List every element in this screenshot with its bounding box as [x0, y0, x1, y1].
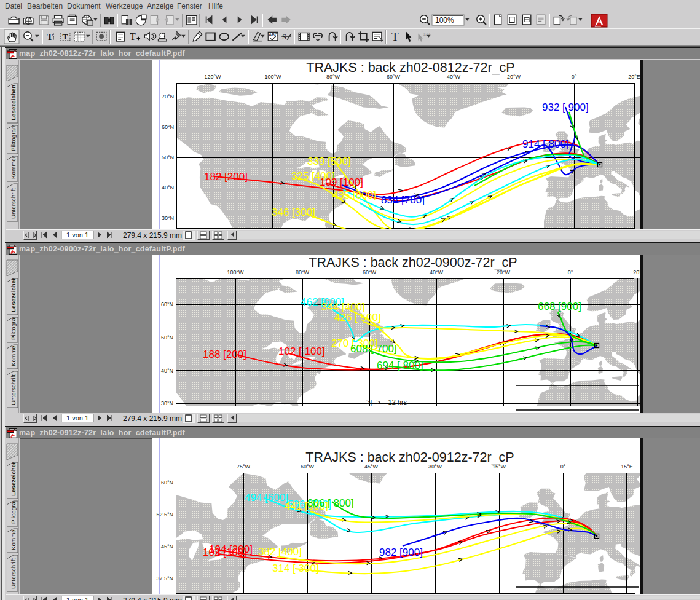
svg-text:314 [ 300]: 314 [ 300] [272, 562, 319, 574]
svg-text:TRAJKS : back zh02-0900z-72r_c: TRAJKS : back zh02-0900z-72r_cP [309, 255, 517, 270]
svg-text:0°: 0° [568, 269, 573, 275]
svg-text:102 [ 100]: 102 [ 100] [278, 345, 325, 357]
svg-text:40°N: 40°N [162, 184, 174, 191]
svg-text:Unterschrift: Unterschrift [10, 188, 17, 219]
svg-text:60°N: 60°N [162, 124, 174, 130]
svg-text:50°N: 50°N [162, 154, 174, 160]
svg-text:694 [ 800]: 694 [ 800] [377, 360, 423, 371]
svg-text:339 [500]: 339 [500] [307, 156, 351, 167]
svg-text:45°N: 45°N [161, 543, 173, 550]
svg-text:30°N: 30°N [161, 400, 173, 406]
svg-text:435 [600]: 435 [600] [332, 189, 376, 201]
svg-text:1 von 1: 1 von 1 [66, 414, 88, 422]
svg-text:1 von 1: 1 von 1 [66, 596, 88, 600]
svg-text:914 [ 800]: 914 [ 800] [522, 138, 569, 150]
svg-text:TRAJKS : back zh02-0912z-72r_c: TRAJKS : back zh02-0912z-72r_cP [305, 450, 514, 465]
svg-text:Lesezeichen: Lesezeichen [10, 460, 17, 496]
svg-text:Lesezeichen: Lesezeichen [10, 85, 17, 120]
svg-text:70°N: 70°N [162, 93, 174, 100]
svg-text:75°W: 75°W [237, 464, 251, 470]
svg-text:188 [200]: 188 [200] [203, 349, 246, 360]
svg-text:Lesezeichen: Lesezeichen [10, 277, 17, 312]
svg-text:T: T [63, 32, 68, 41]
svg-text:100°W: 100°W [264, 74, 281, 80]
svg-text:>|--> = 12 hrs: >|--> = 12 hrs [366, 398, 407, 406]
svg-text:60°N: 60°N [161, 301, 173, 307]
svg-text:668 [900]: 668 [900] [538, 301, 581, 312]
svg-text:50°N: 50°N [161, 334, 173, 341]
svg-text:494 [600]: 494 [600] [245, 492, 288, 503]
svg-text:37.5°N: 37.5°N [156, 575, 173, 582]
svg-text:T: T [47, 32, 53, 42]
svg-text:15°E: 15°E [621, 464, 633, 470]
svg-text:Unterschrift: Unterschrift [10, 558, 17, 589]
svg-text:0°: 0° [572, 74, 577, 80]
svg-text:40°N: 40°N [161, 368, 173, 374]
svg-text:Komment: Komment [10, 153, 17, 179]
svg-text:100°W: 100°W [227, 269, 244, 275]
svg-text:806 [ 800]: 806 [ 800] [307, 497, 354, 509]
svg-text:426 [ 500]: 426 [ 500] [334, 312, 381, 323]
svg-text:Piktogram: Piktogram [10, 124, 17, 151]
svg-text:982 [900]: 982 [900] [379, 547, 423, 558]
svg-text:1 von 1: 1 von 1 [66, 231, 88, 239]
svg-text:40°W: 40°W [430, 269, 444, 275]
svg-text:834 [700]: 834 [700] [381, 194, 425, 206]
svg-text:120°W: 120°W [204, 74, 221, 80]
svg-text:TRAJKS : back zh02-0812z-72r_c: TRAJKS : back zh02-0812z-72r_cP [306, 60, 514, 75]
svg-text:60°N: 60°N [161, 480, 173, 486]
svg-text:Unterschrift: Unterschrift [10, 374, 17, 405]
svg-text:608 [ 700]: 608 [ 700] [350, 343, 397, 355]
svg-text:60°W: 60°W [363, 269, 377, 275]
svg-text:346 [300]: 346 [300] [272, 207, 315, 218]
svg-text:ABC: ABC [269, 32, 278, 38]
svg-text:T: T [130, 31, 136, 42]
svg-text:109 [100]: 109 [100] [320, 176, 363, 188]
svg-text:80°W: 80°W [296, 269, 310, 275]
svg-text:932 [ 900]: 932 [ 900] [542, 101, 589, 113]
svg-text:0°: 0° [560, 464, 566, 470]
svg-text:30°N: 30°N [162, 215, 174, 221]
svg-text:382 [400]: 382 [400] [258, 546, 302, 558]
svg-text:20°W: 20°W [497, 269, 511, 275]
svg-text:Adobe: Adobe [595, 25, 601, 28]
svg-text:52.5°N: 52.5°N [156, 511, 173, 518]
svg-text:102 [100]: 102 [100] [203, 547, 246, 558]
svg-text:182 [200]: 182 [200] [204, 171, 248, 183]
svg-text:T: T [391, 30, 399, 43]
svg-text:20°E: 20°E [628, 74, 640, 80]
svg-text:100%: 100% [435, 16, 454, 25]
